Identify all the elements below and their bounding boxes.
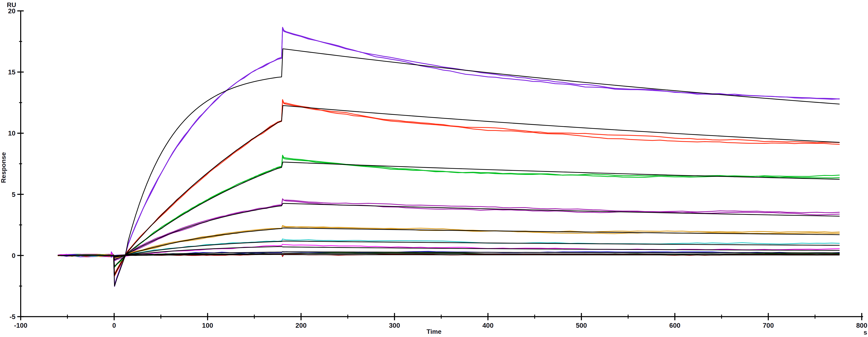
x-axis-title: Time	[419, 328, 449, 335]
x-tick-label: 800	[856, 322, 867, 329]
y-axis-unit-label: RU	[7, 1, 16, 9]
trace-fit-1	[58, 49, 839, 286]
y-axis-title: Response	[0, 153, 7, 183]
y-tick-label: 5	[12, 191, 16, 198]
plot-canvas: -505101520-1000100200300400500600700800	[0, 0, 868, 337]
x-tick-label: -100	[14, 322, 27, 329]
x-tick-label: 500	[576, 322, 587, 329]
y-tick-label: 15	[8, 68, 16, 76]
x-tick-label: 0	[112, 322, 116, 329]
x-tick-label: 700	[763, 322, 774, 329]
y-tick-label: 0	[12, 252, 16, 259]
x-tick-label: 100	[202, 322, 213, 329]
spr-sensorgram-chart: -505101520-1000100200300400500600700800 …	[0, 0, 868, 337]
y-tick-label: -5	[9, 313, 16, 321]
x-tick-label: 400	[483, 322, 494, 329]
x-axis-unit-label: s	[864, 329, 867, 336]
x-tick-label: 300	[389, 322, 400, 329]
y-tick-label: 10	[8, 130, 16, 137]
x-tick-label: 600	[670, 322, 680, 329]
x-tick-label: 200	[296, 322, 307, 329]
trace-conc-1-rep2	[58, 27, 839, 285]
